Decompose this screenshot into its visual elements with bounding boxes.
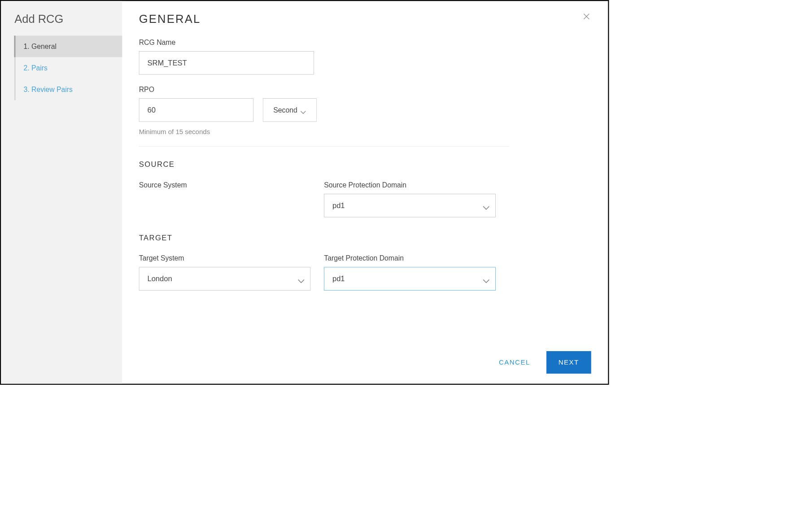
source-system-label: Source System xyxy=(139,181,311,189)
rpo-unit-select[interactable]: Second xyxy=(263,98,317,122)
rcg-name-group: RCG Name xyxy=(139,39,591,75)
chevron-down-icon xyxy=(483,277,489,281)
form-content: RCG Name RPO Second Minimum of 15 second… xyxy=(139,39,591,345)
target-domain-select[interactable]: pd1 xyxy=(324,267,496,291)
rpo-hint: Minimum of 15 seconds xyxy=(139,128,591,135)
rpo-value-input[interactable] xyxy=(139,98,253,122)
sidebar-step-label: 3. Review Pairs xyxy=(24,86,73,93)
target-system-value: London xyxy=(148,274,172,283)
target-row: Target System London Target Protection D… xyxy=(139,254,591,291)
footer: CANCEL NEXT xyxy=(139,344,591,374)
sidebar-steps: 1. General 2. Pairs 3. Review Pairs xyxy=(14,36,122,100)
rpo-group: RPO Second Minimum of 15 seconds xyxy=(139,86,591,136)
sidebar-title: Add RCG xyxy=(1,13,122,36)
source-section-title: SOURCE xyxy=(139,160,591,169)
rcg-name-label: RCG Name xyxy=(139,39,591,47)
target-section-title: TARGET xyxy=(139,234,591,243)
next-button[interactable]: NEXT xyxy=(546,351,591,374)
rpo-unit-value: Second xyxy=(273,106,297,114)
source-domain-select[interactable]: pd1 xyxy=(324,194,496,217)
sidebar-step-review-pairs[interactable]: 3. Review Pairs xyxy=(16,79,122,100)
page-title: GENERAL xyxy=(139,13,201,26)
source-domain-value: pd1 xyxy=(332,201,345,210)
chevron-down-icon xyxy=(483,204,489,208)
target-system-col: Target System London xyxy=(139,254,311,291)
source-domain-label: Source Protection Domain xyxy=(324,181,496,189)
source-system-col: Source System xyxy=(139,181,311,217)
main-panel: GENERAL RCG Name RPO Second xyxy=(122,1,608,384)
add-rcg-modal: Add RCG 1. General 2. Pairs 3. Review Pa… xyxy=(0,0,609,385)
sidebar-step-general[interactable]: 1. General xyxy=(14,36,122,57)
source-domain-col: Source Protection Domain pd1 xyxy=(324,181,496,217)
rpo-row: Second xyxy=(139,98,591,122)
chevron-down-icon xyxy=(297,277,304,281)
sidebar-step-pairs[interactable]: 2. Pairs xyxy=(16,57,122,79)
sidebar-step-label: 2. Pairs xyxy=(24,64,48,72)
target-system-label: Target System xyxy=(139,254,311,262)
target-domain-col: Target Protection Domain pd1 xyxy=(324,254,496,291)
main-header: GENERAL xyxy=(139,13,591,26)
target-system-select[interactable]: London xyxy=(139,267,311,291)
close-icon xyxy=(582,13,590,22)
cancel-button[interactable]: CANCEL xyxy=(491,352,538,372)
divider xyxy=(139,146,509,147)
chevron-down-icon xyxy=(300,108,306,112)
source-row: Source System Source Protection Domain p… xyxy=(139,181,591,217)
sidebar-step-label: 1. General xyxy=(24,43,57,50)
target-domain-label: Target Protection Domain xyxy=(324,254,496,262)
rpo-label: RPO xyxy=(139,86,591,94)
close-button[interactable] xyxy=(582,13,591,22)
target-domain-value: pd1 xyxy=(332,274,345,283)
wizard-sidebar: Add RCG 1. General 2. Pairs 3. Review Pa… xyxy=(1,1,122,384)
rcg-name-input[interactable] xyxy=(139,51,314,75)
